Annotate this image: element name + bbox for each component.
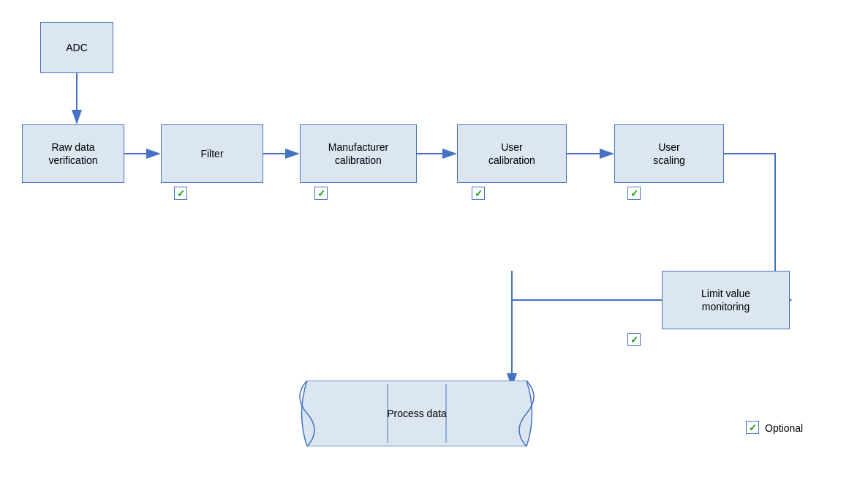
checkbox-user-scaling xyxy=(627,187,641,200)
user-scaling-box: Userscaling xyxy=(614,124,724,183)
legend-checkbox xyxy=(746,421,759,434)
user-cal-label: Usercalibration xyxy=(488,141,535,167)
limit-value-label: Limit valuemonitoring xyxy=(701,287,750,313)
diagram-container: ADC Raw dataverification Filter Manufact… xyxy=(0,0,868,483)
user-cal-box: Usercalibration xyxy=(457,124,567,183)
mfr-cal-label: Manufacturercalibration xyxy=(328,141,388,167)
mfr-cal-box: Manufacturercalibration xyxy=(300,124,417,183)
checkbox-mfr-cal xyxy=(314,187,328,200)
filter-label: Filter xyxy=(200,147,223,160)
process-data-shape: Process data xyxy=(285,381,548,446)
raw-data-label: Raw dataverification xyxy=(49,141,98,167)
checkbox-limit-value xyxy=(627,333,641,346)
adc-box: ADC xyxy=(40,22,113,73)
checkbox-user-cal xyxy=(472,187,485,200)
checkbox-filter xyxy=(174,187,187,200)
user-scaling-label: Userscaling xyxy=(653,141,685,167)
limit-value-box: Limit valuemonitoring xyxy=(662,271,790,329)
legend-label: Optional xyxy=(765,422,803,434)
svg-text:Process data: Process data xyxy=(387,408,447,419)
filter-box: Filter xyxy=(161,124,263,183)
raw-data-box: Raw dataverification xyxy=(22,124,124,183)
